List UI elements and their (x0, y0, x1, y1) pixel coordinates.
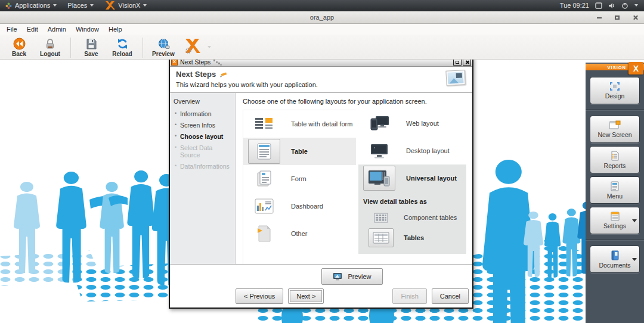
new-screen-label: New Screen (597, 132, 631, 138)
visionx-banner: VISION X (586, 63, 644, 70)
layout-option-form[interactable]: Form (243, 165, 356, 192)
next-button[interactable]: Next > (288, 288, 324, 304)
target-option-universal-layout[interactable]: Universal layout (358, 164, 466, 192)
clock[interactable]: Tue 09:21 (560, 2, 589, 9)
new-screen-button[interactable]: New Screen (590, 116, 640, 143)
universal-layout-panel: Universal layout View detail tables as C… (358, 164, 466, 254)
menu-icon (610, 181, 620, 191)
save-button[interactable]: Save (76, 36, 107, 57)
universal-layout-icon (367, 169, 391, 187)
menu-label: Menu (607, 193, 623, 200)
applications-menu[interactable]: Applications (0, 0, 62, 11)
visionx-tool-button[interactable] (179, 36, 205, 54)
drag-dots-decoration (213, 59, 222, 66)
display-icon[interactable] (595, 2, 602, 9)
menu-button[interactable]: Menu (590, 176, 640, 204)
other-icon (256, 225, 272, 243)
close-icon (465, 60, 469, 64)
volume-icon[interactable] (608, 2, 615, 9)
settings-label: Settings (603, 223, 626, 229)
menu-edit[interactable]: Edit (23, 24, 42, 34)
close-button[interactable] (631, 14, 639, 22)
detail-option-component-tables[interactable]: Component tables (358, 207, 466, 228)
form-icon (256, 170, 273, 188)
layout-option-table-detail-form[interactable]: Table with detail form (243, 110, 356, 138)
next-steps-dialog: X Next Steps Next Steps This wizard help… (169, 57, 473, 309)
component-tables-icon (374, 213, 388, 223)
documents-button[interactable]: Documents (590, 246, 640, 273)
chevron-down-icon (143, 4, 147, 7)
menu-admin[interactable]: Admin (44, 24, 70, 34)
dashboard-icon (255, 198, 274, 214)
visionx-side-panel: VISION X Design New Screen Reports Menu (586, 63, 644, 323)
selected-icon-box (363, 166, 395, 191)
table-detail-form-icon (254, 116, 274, 132)
app-titlebar: ora_app (0, 11, 644, 24)
menu-file[interactable]: File (2, 24, 21, 34)
dropdown-arrow-icon[interactable] (632, 219, 637, 222)
maximize-icon (615, 15, 620, 20)
maximize-button[interactable] (613, 14, 621, 22)
tables-icon (373, 232, 389, 244)
visionx-menu[interactable]: VisionX (99, 0, 152, 11)
detail-option-tables[interactable]: Tables (358, 228, 466, 248)
visionx-x-logo[interactable]: X (628, 62, 643, 74)
visionx-label: VisionX (118, 2, 140, 9)
nav-item-screen-infos[interactable]: Screen Infos (174, 122, 231, 129)
preview-button[interactable]: Preview (321, 268, 382, 285)
menu-help[interactable]: Help (104, 24, 126, 34)
layout-option-dashboard[interactable]: Dashboard (243, 192, 356, 220)
target-option-list: Web layout Desktop layout Universal layo… (358, 110, 466, 264)
places-menu[interactable]: Places (62, 0, 99, 11)
back-button[interactable]: Back (4, 36, 35, 57)
screen: Applications Places VisionX Tue 09:21 or… (0, 0, 644, 323)
reload-icon (116, 38, 129, 50)
top-panel: Applications Places VisionX Tue 09:21 (0, 0, 644, 11)
applications-label: Applications (15, 2, 50, 9)
cancel-button[interactable]: Cancel (432, 288, 469, 304)
settings-button[interactable]: Settings (590, 207, 640, 234)
design-label: Design (605, 93, 625, 100)
layout-option-table[interactable]: Table (243, 138, 356, 165)
wizard-step-nav: Overview Information Screen Infos Choose… (170, 93, 236, 264)
preview-button-label: Preview (348, 273, 371, 280)
reports-button[interactable]: Reports (590, 146, 640, 173)
maximize-icon (456, 61, 459, 64)
nav-item-information[interactable]: Information (174, 110, 231, 117)
design-icon (609, 82, 620, 91)
panel-separator (586, 109, 644, 111)
nav-heading: Overview (174, 98, 231, 105)
toolbar-separator (143, 38, 143, 58)
preview-button-toolbar[interactable]: Preview (148, 36, 179, 57)
layout-option-other[interactable]: Other (243, 220, 356, 247)
nav-item-choose-layout[interactable]: Choose layout (174, 133, 231, 140)
visionx-x-icon (183, 38, 201, 54)
table-icon (256, 142, 272, 160)
desktop-layout-icon (369, 143, 389, 159)
minimize-button[interactable] (595, 14, 603, 22)
panel-separator (586, 239, 644, 241)
menu-window[interactable]: Window (72, 24, 103, 34)
dialog-x-icon: X (171, 59, 178, 66)
dropdown-arrow-icon[interactable] (632, 258, 637, 261)
documents-icon (610, 250, 620, 260)
close-icon (633, 15, 638, 20)
visionx-brand-label: VISION (608, 65, 626, 70)
target-option-desktop-layout[interactable]: Desktop layout (358, 137, 466, 164)
target-option-web-layout[interactable]: Web layout (358, 110, 466, 137)
detail-tables-heading: View detail tables as (363, 198, 466, 205)
power-icon[interactable] (621, 2, 628, 9)
design-button[interactable]: Design (590, 77, 640, 104)
logout-label: Logout (40, 51, 60, 57)
settings-icon (610, 212, 620, 221)
session-chevron-icon[interactable] (634, 4, 638, 7)
save-icon (85, 38, 97, 50)
reload-button[interactable]: Reload (107, 36, 138, 57)
logout-button[interactable]: Logout (35, 36, 66, 57)
nav-item-select-data-source: Select Data Source (174, 144, 231, 159)
selected-icon-box (248, 139, 280, 164)
previous-button[interactable]: < Previous (236, 288, 283, 304)
toolbar-dropdown-icon[interactable] (208, 46, 211, 48)
chevron-down-icon (90, 4, 94, 7)
new-screen-icon (609, 120, 621, 130)
